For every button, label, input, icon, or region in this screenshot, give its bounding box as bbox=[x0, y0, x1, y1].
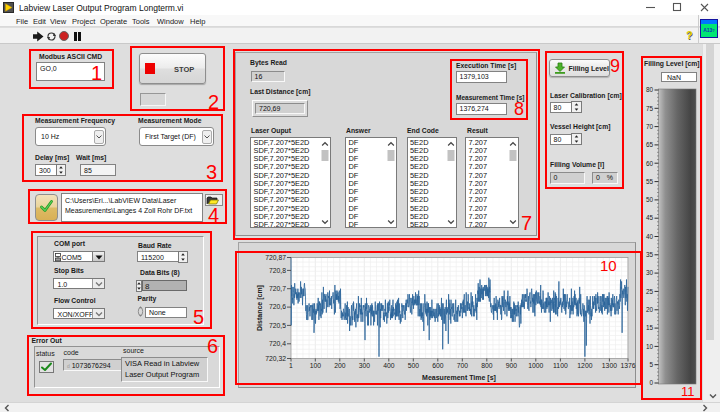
svg-text:75: 75 bbox=[646, 105, 654, 112]
svg-text:700: 700 bbox=[457, 362, 469, 369]
svg-text:35: 35 bbox=[646, 251, 654, 258]
svg-text:600: 600 bbox=[432, 362, 444, 369]
svg-text:720,87: 720,87 bbox=[265, 254, 286, 261]
svg-text:20: 20 bbox=[646, 306, 654, 313]
svg-text:720,8: 720,8 bbox=[269, 267, 286, 274]
svg-text:70: 70 bbox=[646, 123, 654, 130]
svg-text:65: 65 bbox=[646, 141, 654, 148]
svg-text:720,5: 720,5 bbox=[269, 322, 286, 329]
svg-text:1000: 1000 bbox=[528, 362, 543, 369]
svg-text:45: 45 bbox=[646, 214, 654, 221]
svg-text:900: 900 bbox=[506, 362, 518, 369]
svg-text:60: 60 bbox=[646, 160, 654, 167]
svg-text:5: 5 bbox=[649, 361, 653, 368]
svg-text:720,6: 720,6 bbox=[269, 303, 286, 310]
svg-text:Measurement Time [s]: Measurement Time [s] bbox=[422, 374, 496, 382]
svg-text:720,4: 720,4 bbox=[269, 340, 286, 347]
svg-text:720,32: 720,32 bbox=[265, 355, 286, 362]
svg-text:15: 15 bbox=[646, 324, 654, 331]
svg-text:1376: 1376 bbox=[620, 362, 635, 369]
svg-text:55: 55 bbox=[646, 178, 654, 185]
svg-text:720,7: 720,7 bbox=[269, 285, 286, 292]
svg-text:Distance [cm]: Distance [cm] bbox=[256, 285, 264, 331]
svg-text:300: 300 bbox=[359, 362, 371, 369]
svg-text:30: 30 bbox=[646, 269, 654, 276]
svg-text:200: 200 bbox=[334, 362, 346, 369]
svg-text:1300: 1300 bbox=[602, 362, 617, 369]
svg-text:1200: 1200 bbox=[577, 362, 592, 369]
svg-text:40: 40 bbox=[646, 233, 654, 240]
svg-text:25: 25 bbox=[646, 288, 654, 295]
svg-text:50: 50 bbox=[646, 196, 654, 203]
svg-text:100: 100 bbox=[310, 362, 322, 369]
svg-text:1100: 1100 bbox=[553, 362, 568, 369]
svg-text:500: 500 bbox=[408, 362, 420, 369]
svg-text:0: 0 bbox=[649, 379, 653, 386]
svg-text:400: 400 bbox=[383, 362, 395, 369]
svg-text:1: 1 bbox=[289, 362, 293, 369]
svg-text:10: 10 bbox=[646, 343, 654, 350]
svg-text:80: 80 bbox=[646, 86, 654, 93]
svg-text:800: 800 bbox=[481, 362, 493, 369]
